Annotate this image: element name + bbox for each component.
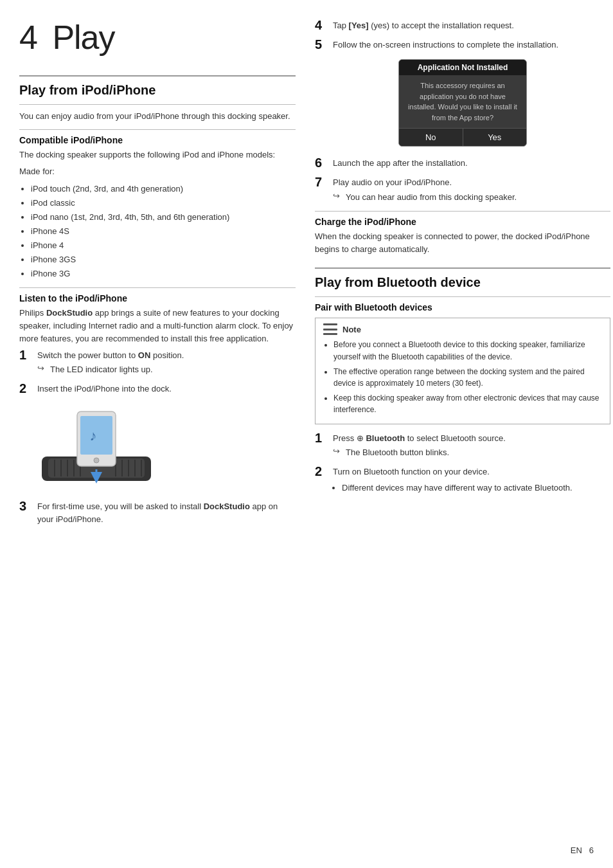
- note-bar-1: [323, 323, 337, 325]
- step-6-text: Launch the app after the installation.: [333, 157, 610, 170]
- step-5-text: Follow the on-screen instructions to com…: [333, 39, 610, 51]
- svg-point-17: [94, 458, 99, 463]
- step-3: 3 For first-time use, you will be asked …: [19, 500, 296, 527]
- step-1-num: 1: [19, 348, 37, 363]
- bt-step-2-text: Turn on Bluetooth function on your devic…: [333, 466, 610, 478]
- bt-step-2: 2 Turn on Bluetooth function on your dev…: [315, 466, 610, 500]
- made-for-label: Made for:: [19, 165, 296, 178]
- list-item: iPhone 4S: [31, 225, 296, 238]
- note-header: Note: [323, 323, 602, 335]
- footer-lang: EN: [571, 845, 582, 855]
- note-bar-3: [323, 333, 337, 335]
- chapter-title-text: Play: [52, 19, 114, 56]
- page: 4 Play Play from iPod/iPhone You can enj…: [0, 0, 613, 868]
- dialog-body: This accessory requires an application y…: [399, 75, 526, 128]
- step-4-num: 4: [315, 18, 333, 33]
- compatible-devices-list: iPod touch (2nd, 3rd, and 4th generation…: [31, 183, 296, 281]
- dialog-title: Application Not Installed: [399, 60, 526, 75]
- step-5: 5 Follow the on-screen instructions to c…: [315, 39, 610, 53]
- left-column: 4 Play Play from iPod/iPhone You can enj…: [19, 19, 315, 849]
- pair-bt-title: Pair with Bluetooth devices: [315, 302, 610, 312]
- charge-para: When the docking speaker is connected to…: [315, 230, 610, 256]
- subsection2-title: Listen to the iPod/iPhone: [19, 293, 296, 303]
- bt-step-2-content: Turn on Bluetooth function on your devic…: [333, 466, 610, 500]
- note-item: Keep this docking speaker away from othe…: [333, 392, 602, 416]
- divider-top: [19, 75, 296, 77]
- charge-title: Charge the iPod/iPhone: [315, 217, 610, 227]
- step-1: 1 Switch the power button to ON position…: [19, 349, 296, 377]
- step-7-num: 7: [315, 175, 333, 190]
- note-item: Before you connect a Bluetooth device to…: [333, 339, 602, 363]
- list-item: iPhone 3GS: [31, 253, 296, 266]
- note-label: Note: [342, 325, 361, 334]
- list-item: iPhone 4: [31, 239, 296, 252]
- right-column: 4 Tap [Yes] (yes) to accept the installa…: [315, 19, 610, 849]
- list-item: iPod nano (1st, 2nd, 3rd, 4th, 5th, and …: [31, 211, 296, 224]
- note-icon: [323, 323, 337, 335]
- list-item: iPhone 3G: [31, 267, 296, 280]
- chapter-heading: 4 Play: [19, 19, 296, 56]
- step-2-num: 2: [19, 381, 37, 396]
- dialog-no-button[interactable]: No: [399, 129, 463, 146]
- section2-title: Play from Bluetooth device: [315, 275, 610, 290]
- footer-page-num: 6: [589, 845, 594, 855]
- subsection1-divider: [19, 129, 296, 130]
- step-7-arrow: ↪ You can hear audio from this docking s…: [333, 191, 610, 204]
- page-footer: EN 6: [571, 845, 594, 855]
- section2-divider: [315, 296, 610, 297]
- section1-divider: [19, 104, 296, 105]
- step-4-content: Tap [Yes] (yes) to accept the installati…: [333, 19, 610, 33]
- step-7-content: Play audio on your iPod/iPhone. ↪ You ca…: [333, 176, 610, 204]
- bt-step-2-num: 2: [315, 464, 333, 479]
- step-1-arrow: ↪ The LED indicator lights up.: [37, 363, 296, 376]
- step-7-arrow-text: You can hear audio from this docking spe…: [346, 191, 517, 204]
- step-5-num: 5: [315, 37, 333, 52]
- step-6: 6 Launch the app after the installation.: [315, 157, 610, 171]
- bt-step-1-text: Press ⊕ Bluetooth to select Bluetooth so…: [333, 432, 610, 445]
- arrow-icon: ↪: [333, 446, 343, 456]
- arrow-icon: ↪: [333, 191, 343, 201]
- step-2: 2 Insert the iPod/iPhone into the dock.: [19, 383, 296, 397]
- charge-divider: [315, 211, 610, 212]
- bt-step-2-bullet: Different devices may have different way…: [342, 482, 610, 494]
- arrow-icon: ↪: [37, 363, 48, 373]
- note-bar-2: [323, 329, 337, 330]
- svg-text:♪: ♪: [90, 428, 97, 444]
- subsection2-para: Philips DockStudio app brings a suite of…: [19, 307, 296, 345]
- step-3-num: 3: [19, 499, 37, 514]
- step-1-text: Switch the power button to ON position.: [37, 349, 296, 362]
- step-3-text: For first-time use, you will be asked to…: [37, 500, 296, 526]
- list-item: iPod classic: [31, 197, 296, 210]
- note-item: The effective operation range between th…: [333, 366, 602, 390]
- step-2-text: Insert the iPod/iPhone into the dock.: [37, 383, 296, 395]
- section1-intro: You can enjoy audio from your iPod/iPhon…: [19, 110, 296, 123]
- bt-step-1-num: 1: [315, 431, 333, 446]
- dialog-buttons: No Yes: [399, 128, 526, 146]
- bt-step-1-content: Press ⊕ Bluetooth to select Bluetooth so…: [333, 432, 610, 460]
- section1-title: Play from iPod/iPhone: [19, 83, 296, 98]
- list-item: iPod touch (2nd, 3rd, and 4th generation…: [31, 183, 296, 195]
- bt-step-2-bullets: Different devices may have different way…: [342, 482, 610, 494]
- chapter-number: 4: [19, 19, 37, 56]
- step-6-num: 6: [315, 156, 333, 170]
- step-4-text: Tap [Yes] (yes) to accept the installati…: [333, 19, 610, 32]
- step-7: 7 Play audio on your iPod/iPhone. ↪ You …: [315, 176, 610, 204]
- subsection2-divider: [19, 287, 296, 288]
- step-5-content: Follow the on-screen instructions to com…: [333, 39, 610, 53]
- bt-step-1-arrow-text: The Bluetooth button blinks.: [346, 446, 449, 459]
- step-6-content: Launch the app after the installation.: [333, 157, 610, 171]
- subsection1-para: The docking speaker supports the followi…: [19, 149, 296, 161]
- note-box: Note Before you connect a Bluetooth devi…: [315, 318, 610, 424]
- dialog-yes-button[interactable]: Yes: [463, 129, 527, 146]
- step-1-content: Switch the power button to ON position. …: [37, 349, 296, 377]
- section2-top-divider: [315, 267, 610, 269]
- step-2-content: Insert the iPod/iPhone into the dock.: [37, 383, 296, 397]
- bt-step-1-arrow: ↪ The Bluetooth button blinks.: [333, 446, 610, 459]
- subsection1-title: Compatible iPod/iPhone: [19, 135, 296, 145]
- bt-step-1: 1 Press ⊕ Bluetooth to select Bluetooth …: [315, 432, 610, 460]
- step-1-arrow-text: The LED indicator lights up.: [50, 363, 153, 376]
- note-items: Before you connect a Bluetooth device to…: [333, 339, 602, 416]
- step-7-text: Play audio on your iPod/iPhone.: [333, 176, 610, 189]
- step-4: 4 Tap [Yes] (yes) to accept the installa…: [315, 19, 610, 33]
- step-3-content: For first-time use, you will be asked to…: [37, 500, 296, 527]
